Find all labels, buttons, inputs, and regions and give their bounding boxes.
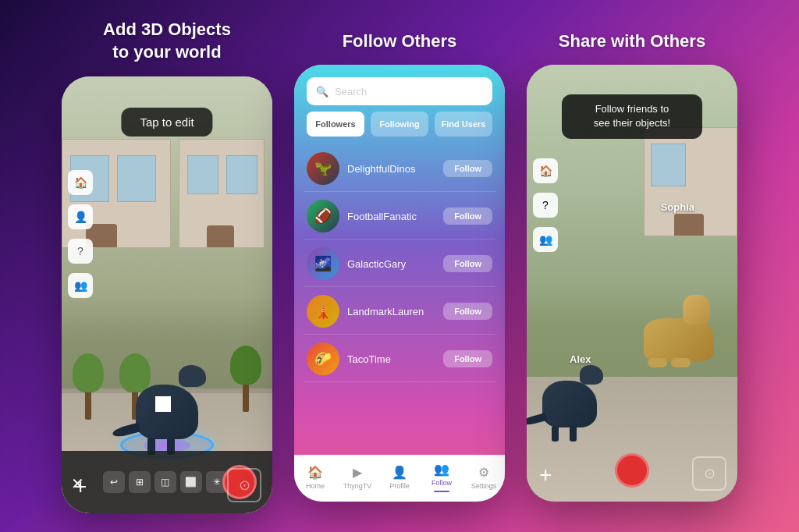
- username-tacotime: TacoTime: [347, 353, 435, 365]
- cube-icon[interactable]: ⬜: [180, 471, 202, 493]
- home-toolbar-icon[interactable]: 🏠: [68, 170, 93, 195]
- nav-thyngtv-icon: ▶: [353, 465, 362, 480]
- undo-icon[interactable]: ↩: [103, 471, 125, 493]
- phone3-title: Share with Others: [559, 30, 705, 53]
- ar-dino: [136, 385, 198, 439]
- sphinx-paw-left: [648, 358, 667, 367]
- user-list: 🦖 DelightfulDinos Follow 🏈 FootballFanat…: [294, 146, 505, 455]
- nav-follow-label: Follow: [431, 479, 452, 487]
- phone1-wrapper: Add 3D Objects to your world: [62, 19, 272, 512]
- user-row-footballfanatic: 🏈 FootballFanatic Follow: [304, 193, 495, 239]
- nav-thyngtv[interactable]: ▶ ThyngTV: [336, 465, 378, 490]
- sphinx-head: [683, 295, 710, 325]
- record-button-3[interactable]: [615, 453, 649, 488]
- avatar-delightfuldinos: 🦖: [307, 152, 339, 185]
- help-toolbar-icon[interactable]: ?: [68, 239, 93, 264]
- nav-home-label: Home: [306, 482, 325, 490]
- plus-button-3[interactable]: +: [539, 463, 552, 488]
- phone1-title: Add 3D Objects to your world: [103, 19, 231, 63]
- storefront-right: [179, 139, 265, 248]
- window-2: [117, 155, 156, 202]
- side-toolbar-3: 🏠 ? 👥: [533, 158, 558, 252]
- tree-1: [85, 388, 91, 420]
- side-toolbar: 🏠 👤 ? 👥: [68, 170, 93, 298]
- bottom-controls-3: + ⊙: [527, 439, 737, 502]
- tab-following[interactable]: Following: [371, 112, 428, 137]
- storefront-3-right: [644, 127, 737, 236]
- avatar-galacticgary: 🌌: [307, 247, 339, 280]
- follow-btn-galacticgary[interactable]: Follow: [443, 255, 492, 272]
- nav-settings-icon: ⚙: [478, 465, 489, 480]
- username-landmarklauren: LandmarkLauren: [347, 306, 435, 317]
- nav-settings-label: Settings: [471, 482, 497, 490]
- tap-overlay[interactable]: Tap to edit: [121, 108, 212, 137]
- sphinx: [644, 318, 714, 361]
- avatar-tacotime: 🌮: [307, 342, 339, 375]
- dino-head: [179, 365, 206, 387]
- tab-find-users[interactable]: Find Users: [435, 112, 492, 137]
- box-icon[interactable]: ◫: [154, 471, 176, 493]
- search-placeholder: Search: [335, 86, 367, 98]
- phone3-frame: Sophia Alex Follow friends to see their …: [527, 65, 737, 502]
- nav-profile-label: Profile: [389, 482, 410, 490]
- username-galacticgary: GalacticGary: [347, 258, 435, 270]
- user-row-landmarklauren: 🗼 LandmarkLauren Follow: [304, 289, 495, 335]
- phone1-screen: Tap to edit 🏠 👤 ? 👥 ✕ ↩ ⊞ ◫ ⬜ ✳ 🗑: [62, 76, 272, 513]
- help-icon-3[interactable]: ?: [533, 193, 558, 218]
- canopy-3: [230, 346, 261, 385]
- users-toolbar-icon[interactable]: 👥: [68, 273, 93, 298]
- user-row-tacotime: 🌮 TacoTime Follow: [304, 336, 495, 382]
- nav-home[interactable]: 🏠 Home: [294, 465, 336, 490]
- sophia-label: Sophia: [661, 201, 694, 213]
- search-bar[interactable]: 🔍 Search: [307, 77, 492, 105]
- bottom-nav: 🏠 Home ▶ ThyngTV 👤 Profile 👥 Follow: [294, 455, 505, 502]
- trunk-1: [85, 388, 91, 420]
- avatar-footballfanatic: 🏈: [307, 200, 339, 232]
- nav-settings[interactable]: ⚙ Settings: [463, 465, 505, 490]
- plus-button[interactable]: +: [74, 474, 87, 499]
- trunk-3: [243, 381, 249, 412]
- phone2-title: Follow Others: [343, 30, 457, 53]
- phone2-frame: 🔍 Search Followers Following Find Users …: [294, 65, 505, 502]
- canopy-1: [73, 353, 104, 392]
- follow-btn-delightfuldinos[interactable]: Follow: [443, 160, 492, 177]
- ar-dino-right: [542, 381, 597, 427]
- dino-body-right: [542, 381, 597, 427]
- dino-head-right: [580, 365, 603, 385]
- door-sf3: [674, 214, 704, 236]
- user-row-delightfuldinos: 🦖 DelightfulDinos Follow: [304, 146, 495, 192]
- phone3-wrapper: Share with Others Sophia: [527, 30, 737, 502]
- door-2: [207, 225, 234, 247]
- grid-icon[interactable]: ⊞: [129, 471, 151, 493]
- user-row-galacticgary: 🌌 GalacticGary Follow: [304, 241, 495, 287]
- users-icon-3[interactable]: 👥: [533, 227, 558, 252]
- phone3-screen: Sophia Alex Follow friends to see their …: [527, 65, 737, 502]
- nav-profile[interactable]: 👤 Profile: [378, 465, 421, 490]
- follow-btn-landmarklauren[interactable]: Follow: [443, 303, 492, 320]
- sphinx-body: [644, 318, 714, 361]
- nav-home-icon: 🏠: [307, 465, 323, 480]
- tree-3: [243, 381, 249, 412]
- nav-profile-icon: 👤: [392, 465, 407, 480]
- username-footballfanatic: FootballFanatic: [347, 211, 435, 222]
- phone2-wrapper: Follow Others 🔍 Search Followers Followi…: [294, 30, 505, 502]
- profile-toolbar-icon[interactable]: 👤: [68, 204, 93, 229]
- dino-body: [136, 385, 198, 439]
- alex-label: Alex: [570, 353, 591, 365]
- search-container: 🔍 Search: [307, 77, 492, 105]
- tabs-row: Followers Following Find Users: [307, 112, 492, 137]
- home-icon-3[interactable]: 🏠: [533, 158, 558, 183]
- follow-btn-footballfanatic[interactable]: Follow: [443, 207, 492, 225]
- follow-btn-tacotime[interactable]: Follow: [443, 350, 492, 367]
- window-4: [226, 155, 257, 194]
- avatar-landmarklauren: 🗼: [307, 295, 339, 328]
- search-icon: 🔍: [316, 86, 328, 98]
- tab-followers[interactable]: Followers: [307, 112, 364, 137]
- scan-icon-3[interactable]: ⊙: [692, 456, 726, 491]
- phone1-frame: Tap to edit 🏠 👤 ? 👥 ✕ ↩ ⊞ ◫ ⬜ ✳ 🗑: [62, 76, 272, 513]
- friend-tooltip: Follow friends to see their objects!: [562, 94, 702, 138]
- nav-follow-indicator: [434, 491, 449, 492]
- scan-icon[interactable]: ⊙: [227, 468, 261, 502]
- window-sf3: [651, 144, 686, 186]
- nav-follow[interactable]: 👥 Follow: [421, 462, 463, 492]
